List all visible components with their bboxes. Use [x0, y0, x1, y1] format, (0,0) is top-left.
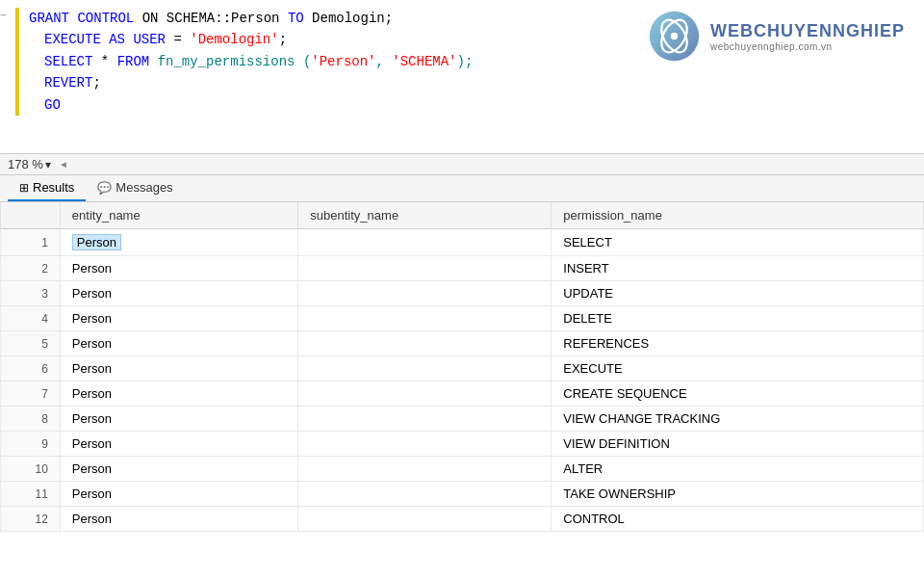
cell-permission-name: EXECUTE	[552, 356, 924, 381]
table-row[interactable]: 2PersonINSERT	[1, 256, 924, 281]
cell-permission-name: DELETE	[552, 306, 924, 331]
code-grant: GRANT	[29, 11, 77, 26]
cell-subentity-name	[298, 256, 552, 281]
cell-subentity-name	[298, 407, 552, 432]
collapse-icon-3	[0, 51, 13, 68]
col-header-rownum	[1, 202, 61, 229]
code-content-4: REVERT;	[25, 72, 924, 93]
table-row[interactable]: 12PersonCONTROL	[1, 507, 924, 532]
cell-subentity-name	[298, 507, 552, 532]
cell-subentity-name	[298, 306, 552, 331]
collapse-icon-2	[0, 29, 13, 46]
table-row[interactable]: 1PersonSELECT	[1, 229, 924, 256]
messages-tab-label: Messages	[116, 180, 172, 195]
code-execute-as: EXECUTE AS USER	[44, 32, 166, 47]
code-demologin: Demologin;	[304, 11, 393, 26]
cell-entity-name: Person	[60, 457, 297, 482]
cell-permission-name: UPDATE	[552, 281, 924, 306]
table-row[interactable]: 9PersonVIEW DEFINITION	[1, 432, 924, 457]
cell-permission-name: CREATE SEQUENCE	[552, 381, 924, 407]
cell-permission-name: ALTER	[552, 457, 924, 482]
cell-rownum: 4	[1, 306, 61, 331]
cell-rownum: 1	[1, 229, 61, 256]
col-header-entity: entity_name	[60, 202, 297, 229]
code-comma: ,	[376, 54, 393, 69]
tabs-bar: ⊞ Results 💬 Messages	[0, 175, 924, 202]
cell-rownum: 8	[1, 407, 61, 432]
tab-results[interactable]: ⊞ Results	[8, 175, 86, 201]
cell-subentity-name	[298, 432, 552, 457]
results-area: entity_name subentity_name permission_na…	[0, 202, 924, 578]
code-schema-param: 'SCHEMA'	[392, 54, 456, 69]
cell-subentity-name	[298, 482, 552, 507]
cell-entity-name: Person	[60, 507, 297, 532]
cell-entity-name: Person	[60, 482, 297, 507]
cell-subentity-name	[298, 331, 552, 356]
svg-point-3	[671, 33, 678, 39]
code-line-4: REVERT;	[0, 72, 924, 93]
cell-entity-name: Person	[60, 306, 297, 331]
cell-permission-name: VIEW CHANGE TRACKING	[552, 407, 924, 432]
table-row[interactable]: 5PersonREFERENCES	[1, 331, 924, 356]
table-row[interactable]: 11PersonTAKE OWNERSHIP	[1, 482, 924, 507]
watermark-text: WEBCHUYENNGHIEP webchuyennghiep.com.vn	[710, 21, 905, 52]
code-demologin-val: 'Demologin'	[190, 32, 278, 47]
main-container: WEBCHUYENNGHIEP webchuyennghiep.com.vn −…	[0, 0, 924, 578]
results-table: entity_name subentity_name permission_na…	[0, 202, 924, 532]
code-semi1: ;	[279, 32, 287, 47]
table-row[interactable]: 6PersonEXECUTE	[1, 356, 924, 381]
col-header-subentity: subentity_name	[298, 202, 552, 229]
table-row[interactable]: 10PersonALTER	[1, 457, 924, 482]
table-row[interactable]: 7PersonCREATE SEQUENCE	[1, 381, 924, 407]
toolbar: 178 % ▾ ◄	[0, 154, 924, 175]
cell-entity-name: Person	[60, 407, 297, 432]
yellow-bar-5	[15, 94, 19, 116]
collapse-icon-1[interactable]: −	[0, 8, 13, 25]
cell-subentity-name	[298, 281, 552, 306]
scroll-left-button[interactable]: ◄	[59, 159, 68, 170]
yellow-bar-2	[15, 29, 19, 50]
cell-rownum: 2	[1, 256, 61, 281]
cell-entity-name: Person	[60, 432, 297, 457]
table-row[interactable]: 8PersonVIEW CHANGE TRACKING	[1, 407, 924, 432]
table-row[interactable]: 4PersonDELETE	[1, 306, 924, 331]
results-tab-icon: ⊞	[19, 181, 29, 195]
cell-subentity-name	[298, 381, 552, 407]
code-on-schema: ON SCHEMA::Person	[134, 11, 288, 26]
messages-tab-icon: 💬	[97, 181, 112, 195]
cell-subentity-name	[298, 457, 552, 482]
cell-permission-name: TAKE OWNERSHIP	[552, 482, 924, 507]
yellow-bar-4	[15, 72, 19, 93]
code-select: SELECT	[44, 54, 92, 69]
cell-entity-name: Person	[60, 256, 297, 281]
tab-messages[interactable]: 💬 Messages	[86, 175, 184, 201]
code-from: FROM	[117, 54, 150, 69]
code-go: GO	[44, 97, 61, 113]
code-revert: REVERT	[44, 75, 92, 91]
cell-permission-name: REFERENCES	[552, 331, 924, 356]
code-semi2: ;	[92, 75, 100, 91]
cell-rownum: 5	[1, 331, 61, 356]
code-fn: fn_my_permissions (	[149, 54, 311, 69]
cell-entity-name: Person	[60, 356, 297, 381]
table-row[interactable]: 3PersonUPDATE	[1, 281, 924, 306]
watermark: WEBCHUYENNGHIEP webchuyennghiep.com.vn	[648, 10, 905, 63]
cell-permission-name: VIEW DEFINITION	[552, 432, 924, 457]
cell-permission-name: INSERT	[552, 256, 924, 281]
col-header-permission: permission_name	[552, 202, 924, 229]
cell-subentity-name	[298, 229, 552, 256]
code-control: CONTROL	[77, 11, 134, 26]
zoom-dropdown-icon[interactable]: ▾	[45, 158, 51, 171]
cell-entity-name: Person	[60, 281, 297, 306]
cell-rownum: 10	[1, 457, 61, 482]
cell-rownum: 12	[1, 507, 61, 532]
cell-permission-name: CONTROL	[552, 507, 924, 532]
code-star: *	[92, 54, 116, 69]
code-to: TO	[288, 11, 304, 26]
watermark-brand: WEBCHUYENNGHIEP	[710, 21, 905, 41]
cell-rownum: 11	[1, 482, 61, 507]
yellow-bar-3	[15, 51, 19, 72]
yellow-bar-1	[15, 8, 19, 29]
results-tab-label: Results	[33, 180, 74, 195]
code-person-param: 'Person'	[311, 54, 375, 69]
